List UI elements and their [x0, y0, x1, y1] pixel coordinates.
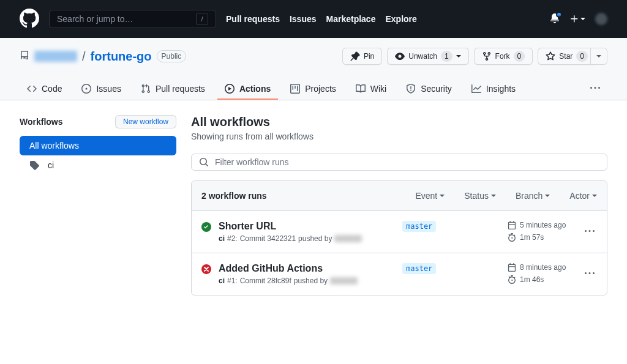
nav-pull-requests[interactable]: Pull requests — [226, 14, 280, 24]
branch-label[interactable]: master — [402, 221, 436, 232]
repo-icon — [20, 51, 29, 62]
sidebar-item-label: ci — [48, 160, 54, 170]
new-workflow-button[interactable]: New workflow — [115, 115, 176, 128]
user-avatar[interactable] — [595, 13, 607, 25]
star-dropdown[interactable] — [590, 48, 607, 65]
tab-issues[interactable]: Issues — [74, 79, 128, 100]
repo-name[interactable]: fortune-go — [91, 50, 152, 64]
repo-sep: / — [82, 50, 86, 64]
filter-branch[interactable]: Branch — [516, 191, 550, 201]
unwatch-button[interactable]: Unwatch 1 — [387, 48, 468, 65]
fork-count: 0 — [514, 51, 525, 62]
run-row: Shorter URL ci #2: Commit 3422321 pushed… — [192, 211, 607, 253]
nav-marketplace[interactable]: Marketplace — [326, 14, 376, 24]
pin-button[interactable]: Pin — [342, 48, 382, 65]
unwatch-label: Unwatch — [408, 50, 437, 62]
page-subtitle: Showing runs from all workflows — [191, 132, 607, 141]
filter-status[interactable]: Status — [464, 191, 496, 201]
run-title[interactable]: Shorter URL — [219, 221, 395, 232]
search-input[interactable] — [57, 14, 196, 24]
sidebar-title: Workflows — [20, 117, 63, 127]
tab-code[interactable]: Code — [20, 79, 69, 100]
sidebar: Workflows New workflow All workflows ci — [20, 115, 176, 295]
run-duration: 1m 57s — [508, 233, 575, 242]
repo-header: / fortune-go Public Pin Unwatch 1 Fork 0 — [0, 38, 627, 100]
gh-header: / Pull requests Issues Marketplace Explo… — [0, 0, 627, 38]
success-icon — [201, 222, 211, 234]
tab-projects[interactable]: Projects — [283, 79, 344, 100]
content: All workflows Showing runs from all work… — [191, 115, 607, 295]
runs-head: 2 workflow runs Event Status Branch Acto… — [192, 181, 607, 211]
nav-explore[interactable]: Explore — [385, 14, 416, 24]
tab-insights[interactable]: Insights — [464, 79, 523, 100]
tab-security[interactable]: Security — [399, 79, 459, 100]
notifications-icon[interactable] — [550, 13, 560, 25]
tab-wiki[interactable]: Wiki — [348, 79, 394, 100]
sidebar-item-ci[interactable]: ci — [20, 155, 176, 175]
repo-visibility: Public — [157, 50, 187, 62]
star-count: 0 — [576, 51, 588, 62]
repo-title-row: / fortune-go Public Pin Unwatch 1 Fork 0 — [20, 48, 607, 65]
run-actor[interactable] — [334, 235, 362, 242]
tab-pull-requests[interactable]: Pull requests — [133, 79, 212, 100]
star-button[interactable]: Star 0 — [538, 48, 596, 65]
global-search[interactable]: / — [49, 10, 216, 28]
run-row: Added GitHub Actions ci #1: Commit 28fc8… — [192, 253, 607, 295]
main: Workflows New workflow All workflows ci … — [0, 100, 627, 310]
run-title[interactable]: Added GitHub Actions — [219, 263, 395, 274]
runs-count: 2 workflow runs — [201, 191, 396, 201]
nav-issues[interactable]: Issues — [290, 14, 317, 24]
run-time-ago: 8 minutes ago — [508, 263, 575, 272]
run-menu[interactable] — [582, 266, 597, 283]
repo-tabs: Code Issues Pull requests Actions Projec… — [20, 78, 607, 100]
fork-button[interactable]: Fork 0 — [474, 48, 533, 65]
run-actor[interactable] — [330, 277, 358, 284]
search-icon — [199, 157, 209, 167]
filter-event[interactable]: Event — [415, 191, 445, 201]
star-label: Star — [559, 50, 573, 62]
create-new-dropdown[interactable] — [569, 14, 585, 24]
run-duration: 1m 46s — [508, 275, 575, 284]
failure-icon — [201, 264, 211, 276]
run-time-ago: 5 minutes ago — [508, 221, 575, 229]
unwatch-count: 1 — [441, 51, 452, 62]
notification-dot — [556, 12, 562, 18]
pin-label: Pin — [364, 50, 374, 62]
page-title: All workflows — [191, 115, 607, 129]
branch-label[interactable]: master — [402, 263, 436, 274]
global-nav: Pull requests Issues Marketplace Explore — [226, 14, 417, 24]
repo-actions: Pin Unwatch 1 Fork 0 Star 0 — [342, 48, 607, 65]
header-right — [550, 13, 607, 25]
run-meta: ci #2: Commit 3422321 pushed by — [219, 234, 395, 243]
slash-hint: / — [196, 13, 208, 25]
filter-actor[interactable]: Actor — [569, 191, 597, 201]
filter-input[interactable] — [215, 157, 599, 167]
runs-box: 2 workflow runs Event Status Branch Acto… — [191, 180, 607, 295]
fork-label: Fork — [495, 50, 510, 62]
filter-runs[interactable] — [191, 154, 607, 171]
run-menu[interactable] — [582, 224, 597, 240]
github-logo-icon[interactable] — [20, 9, 39, 30]
repo-tabs-overflow[interactable] — [583, 78, 607, 100]
repo-owner[interactable] — [34, 51, 77, 62]
run-meta: ci #1: Commit 28fc89f pushed by — [219, 277, 395, 285]
sidebar-item-all-workflows[interactable]: All workflows — [20, 136, 176, 155]
tab-actions[interactable]: Actions — [217, 79, 278, 100]
